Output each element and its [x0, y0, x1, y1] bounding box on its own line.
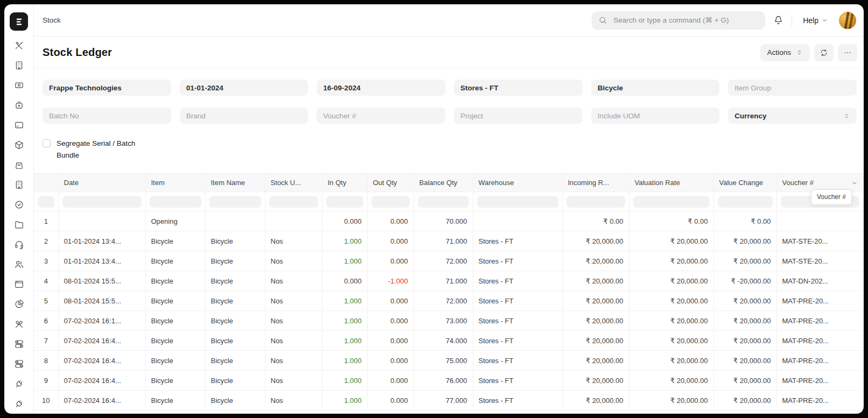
- sidebar-item-tools[interactable]: [11, 40, 26, 51]
- column-filter-stock_uom[interactable]: [269, 196, 318, 208]
- sidebar-item-plug[interactable]: [11, 378, 26, 389]
- sidebar-item-point-of-sale[interactable]: [11, 100, 26, 110]
- segregate-serial-batch-option: Segregate Serial / Batch Bundle: [34, 124, 864, 161]
- sidebar-nav: [11, 40, 26, 409]
- filter-from-date[interactable]: 01-01-2024: [180, 80, 309, 96]
- sidebar-item-building[interactable]: [11, 60, 26, 70]
- plug-icon: [14, 379, 24, 389]
- table-row[interactable]: 707-02-2024 16:4...BicycleBicycleNos1.00…: [34, 331, 863, 351]
- cell-voucher_no: MAT-PRE-20...: [776, 391, 863, 410]
- cell-item_name: Bicycle: [205, 351, 265, 371]
- column-filter-value_change[interactable]: [718, 196, 773, 208]
- column-filter-idx[interactable]: [38, 196, 54, 208]
- table-row[interactable]: 408-01-2024 15:5...BicycleBicycleNos0.00…: [34, 271, 863, 291]
- table-row[interactable]: 1007-02-2024 16:4...BicycleBicycleNos1.0…: [34, 391, 863, 410]
- column-header-in_qty[interactable]: In Qty: [322, 174, 367, 192]
- sidebar-item-pie-chart[interactable]: [11, 299, 26, 309]
- column-filter-item_name[interactable]: [209, 196, 261, 208]
- cell-stock_uom: Nos: [265, 291, 322, 311]
- column-header-out_qty[interactable]: Out Qty: [367, 174, 414, 192]
- cell-valuation_rate: ₹ 20,000.00: [629, 331, 713, 351]
- cell-in_qty: 1.000: [322, 311, 367, 331]
- sidebar-item-shopping-bag[interactable]: [11, 159, 26, 170]
- sidebar-item-badge-check[interactable]: [11, 199, 26, 210]
- cell-item: Bicycle: [145, 311, 205, 331]
- cell-valuation_rate: ₹ 0.00: [629, 211, 713, 231]
- search-input[interactable]: [612, 16, 759, 25]
- browser-window-icon: [14, 279, 24, 289]
- filter-to-date[interactable]: 16-09-2024: [317, 80, 445, 96]
- more-options-button[interactable]: [838, 44, 857, 61]
- filter-item-group[interactable]: Item Group: [728, 80, 857, 96]
- segregate-checkbox[interactable]: [43, 139, 51, 147]
- breadcrumb[interactable]: Stock: [43, 16, 61, 24]
- filter-batch-no[interactable]: Batch No: [43, 108, 171, 124]
- filter-currency[interactable]: Currency: [728, 108, 857, 124]
- app-window: Stock Help Stock Ledger: [4, 4, 864, 414]
- filter-warehouse[interactable]: Stores - FT: [454, 80, 583, 96]
- global-search[interactable]: [592, 11, 765, 30]
- user-avatar[interactable]: [839, 12, 856, 29]
- filter-include-uom[interactable]: Include UOM: [591, 108, 720, 124]
- filter-item[interactable]: Bicycle: [591, 80, 720, 96]
- sidebar-item-package[interactable]: [11, 139, 26, 150]
- table-row[interactable]: 607-02-2024 16:1...BicycleBicycleNos1.00…: [34, 311, 863, 331]
- actions-button[interactable]: Actions: [760, 44, 810, 61]
- sidebar-item-folder[interactable]: [11, 219, 26, 230]
- column-header-idx[interactable]: [34, 174, 58, 192]
- help-menu[interactable]: Help: [800, 16, 831, 25]
- table-row[interactable]: 907-02-2024 16:4...BicycleBicycleNos1.00…: [34, 371, 863, 391]
- refresh-icon: [820, 48, 828, 57]
- sidebar-item-users[interactable]: [11, 259, 26, 270]
- cell-in_qty: 1.000: [322, 291, 367, 311]
- column-header-balance_qty[interactable]: Balance Qty: [414, 174, 473, 192]
- column-filter-item[interactable]: [150, 196, 201, 208]
- column-header-item_name[interactable]: Item Name: [205, 174, 265, 192]
- table-row[interactable]: 807-02-2024 16:4...BicycleBicycleNos1.00…: [34, 351, 863, 371]
- notifications-button[interactable]: [773, 15, 784, 26]
- filter-project[interactable]: Project: [454, 108, 583, 124]
- cell-value_change: ₹ 20,000.00: [713, 291, 776, 311]
- column-header-item[interactable]: Item: [145, 174, 205, 192]
- table-row[interactable]: 301-01-2024 13:4...BicycleBicycleNos1.00…: [34, 251, 863, 271]
- table-row[interactable]: 201-01-2024 13:4...BicycleBicycleNos1.00…: [34, 231, 863, 251]
- cell-valuation_rate: ₹ 20,000.00: [629, 271, 713, 291]
- sidebar-item-banknote[interactable]: [11, 80, 26, 90]
- filter-brand[interactable]: Brand: [180, 108, 309, 124]
- refresh-button[interactable]: [814, 44, 834, 61]
- app-logo[interactable]: [10, 12, 28, 31]
- column-header-date[interactable]: Date: [58, 174, 145, 192]
- column-filter-in_qty[interactable]: [326, 196, 363, 208]
- column-filter-date[interactable]: [62, 196, 142, 208]
- column-filter-out_qty[interactable]: [372, 196, 410, 208]
- cell-incoming_rate: ₹ 20,000.00: [562, 271, 629, 291]
- column-header-warehouse[interactable]: Warehouse: [473, 174, 562, 192]
- column-filter-warehouse[interactable]: [477, 196, 558, 208]
- sidebar-item-hammers[interactable]: [11, 318, 26, 329]
- sidebar-item-toggles[interactable]: [11, 338, 26, 349]
- table-header-row: DateItemItem NameStock U...In QtyOut Qty…: [34, 174, 863, 192]
- sidebar-item-building-2[interactable]: [11, 179, 26, 190]
- sidebar-item-browser[interactable]: [11, 279, 26, 289]
- cell-warehouse: Stores - FT: [473, 371, 562, 391]
- column-header-valuation_rate[interactable]: Valuation Rate: [629, 174, 713, 192]
- sidebar-item-headset[interactable]: [11, 239, 26, 250]
- sidebar-item-toggles-2[interactable]: [11, 358, 26, 369]
- filter-warehouse-value: Stores - FT: [460, 84, 499, 92]
- cell-valuation_rate: ₹ 20,000.00: [629, 231, 713, 251]
- column-header-stock_uom[interactable]: Stock U...: [265, 174, 322, 192]
- cell-date: 07-02-2024 16:4...: [58, 351, 145, 371]
- column-filter-valuation_rate[interactable]: [633, 196, 710, 208]
- sidebar-item-credit-card[interactable]: [11, 119, 26, 130]
- tools-icon: [14, 40, 24, 51]
- filter-voucher-no[interactable]: Voucher #: [317, 108, 445, 124]
- column-header-value_change[interactable]: Value Change: [713, 174, 776, 192]
- filter-company[interactable]: Frappe Technologies: [43, 80, 171, 96]
- sidebar-item-plug-2[interactable]: [11, 398, 26, 409]
- table-row[interactable]: 1Opening0.0000.00070.000₹ 0.00₹ 0.00₹ 0.…: [34, 211, 863, 231]
- cell-voucher_no: MAT-PRE-20...: [776, 331, 863, 351]
- column-header-incoming_rate[interactable]: Incoming R...: [562, 174, 629, 192]
- column-filter-incoming_rate[interactable]: [566, 196, 625, 208]
- column-filter-balance_qty[interactable]: [418, 196, 469, 208]
- table-row[interactable]: 508-01-2024 15:5...BicycleBicycleNos1.00…: [34, 291, 863, 311]
